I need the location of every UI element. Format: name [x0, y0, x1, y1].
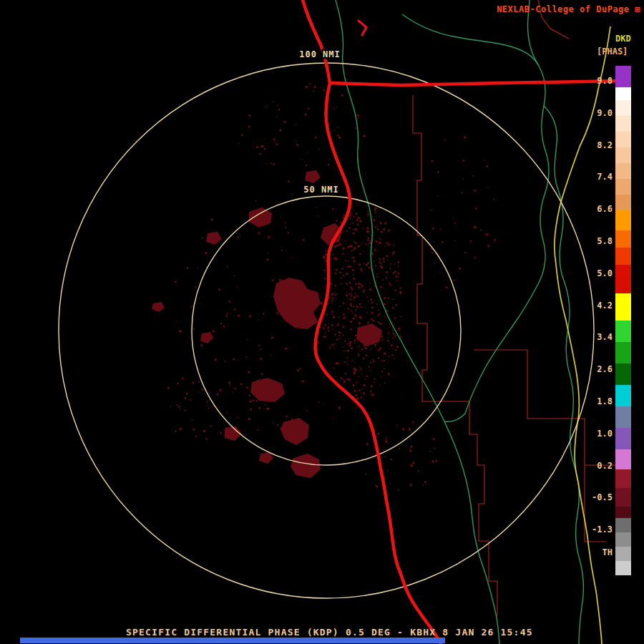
- colorbar-segment: [615, 364, 631, 385]
- colorbar-tick: 5.8: [572, 237, 613, 245]
- colorbar-segment: [615, 179, 631, 195]
- colorbar-tick: -1.3: [572, 525, 613, 534]
- colorbar-segment: [615, 66, 631, 87]
- colorbar-segment: [615, 132, 631, 147]
- attribution-text: NEXLAB-College of DuPage: [497, 4, 635, 14]
- highway-junction-mark: [358, 21, 366, 35]
- colorbar-tick: 9.8: [572, 77, 613, 85]
- colorbar-bottom-label: TH: [572, 548, 613, 557]
- product-code: DKD: [615, 34, 631, 43]
- colorbar: [615, 66, 631, 575]
- colorbar-segment: [615, 230, 631, 248]
- colorbar-tick: 1.0: [572, 429, 613, 438]
- colorbar-segment: [615, 87, 631, 100]
- range-ring-100nmi: [59, 63, 594, 598]
- river-lines: [336, 0, 583, 644]
- colorbar-tick: 7.4: [572, 172, 613, 181]
- colorbar-tick: 3.4: [572, 333, 613, 341]
- colorbar-segment: [615, 518, 631, 532]
- colorbar-tick: 0.2: [572, 462, 613, 470]
- colorbar-segment: [615, 532, 631, 547]
- colorbar-segment: [615, 507, 631, 518]
- attribution: NEXLAB-College of DuPage ⊠: [497, 5, 640, 14]
- outer-ring-label: 100 NMI: [299, 49, 341, 59]
- radar-echo-blobs: [152, 83, 496, 490]
- colorbar-segment: [615, 147, 631, 163]
- colorbar-segment: [615, 163, 631, 179]
- colorbar-tick: 5.0: [572, 269, 613, 278]
- colorbar-tick: 9.0: [572, 109, 613, 117]
- colorbar-segment: [615, 469, 631, 488]
- colorbar-segment: [615, 248, 631, 265]
- colorbar-segment: [615, 265, 631, 293]
- inner-ring-label: 50 NMI: [303, 185, 338, 195]
- colorbar-ticks: 9.89.08.27.46.65.85.04.23.42.61.81.00.2-…: [572, 77, 613, 563]
- colorbar-segment: [615, 561, 631, 575]
- colorbar-segment: [615, 100, 631, 116]
- colorbar-tick: 6.6: [572, 205, 613, 213]
- range-rings: [59, 63, 594, 598]
- colorbar-segment: [615, 210, 631, 230]
- colorbar-tick: 1.8: [572, 397, 613, 406]
- colorbar-segment: [615, 428, 631, 449]
- colorbar-tick: 8.2: [572, 141, 613, 150]
- colorbar-segment: [615, 385, 631, 406]
- colorbar-segment: [615, 195, 631, 210]
- colorbar-tick: -0.5: [572, 493, 613, 502]
- colorbar-segment: [615, 293, 631, 321]
- colorbar-segment: [615, 547, 631, 561]
- units-label: [PHAS]: [597, 47, 628, 56]
- radar-viewer: 100 NMI 50 NMI NEXLAB-College of DuPage …: [0, 0, 644, 644]
- colorbar-segment: [615, 321, 631, 342]
- cod-logo-icon: ⊠: [635, 4, 640, 14]
- product-caption: SPECIFIC DIFFERENTIAL PHASE (KDP) 0.5 DE…: [126, 628, 533, 637]
- colorbar-segment: [615, 488, 631, 507]
- animation-progress-bar: [20, 638, 445, 643]
- radar-map: 100 NMI 50 NMI: [0, 0, 644, 644]
- colorbar-segment: [615, 406, 631, 428]
- colorbar-segment: [615, 342, 631, 364]
- colorbar-segment: [615, 449, 631, 469]
- colorbar-segment: [615, 116, 631, 132]
- colorbar-tick: 2.6: [572, 365, 613, 374]
- colorbar-tick: 4.2: [572, 301, 613, 310]
